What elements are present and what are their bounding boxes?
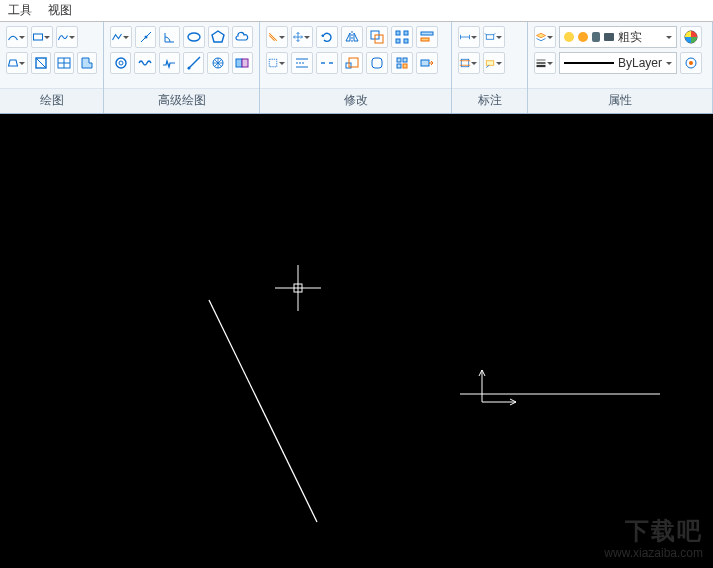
svg-rect-21 (404, 39, 408, 43)
fillet-button[interactable] (366, 52, 388, 74)
explode-button[interactable] (391, 52, 413, 74)
match-props-button[interactable] (680, 52, 702, 74)
spline-button[interactable] (56, 26, 78, 48)
panel-annotate: 标注 (452, 22, 528, 113)
dim-angular-button[interactable] (458, 52, 480, 74)
layer-props-button[interactable] (534, 26, 556, 48)
watermark: 下载吧 www.xiazaiba.com (604, 515, 703, 562)
box-button[interactable] (31, 52, 51, 74)
mirror-button[interactable] (341, 26, 363, 48)
block-button[interactable] (232, 52, 253, 74)
ribbon: 绘图 高级绘图 (0, 22, 713, 114)
menu-view[interactable]: 视图 (48, 2, 72, 19)
move-button[interactable] (291, 26, 313, 48)
svg-rect-22 (421, 32, 433, 35)
panel-modify-label: 修改 (260, 88, 451, 113)
printer-icon (604, 33, 614, 41)
watermark-site: 下载吧 (604, 515, 703, 546)
menu-tools[interactable]: 工具 (8, 2, 32, 19)
svg-point-52 (689, 61, 693, 65)
panel-properties: 粗实 ByLayer 属性 (528, 22, 713, 113)
leader-button[interactable] (483, 52, 505, 74)
point-button[interactable] (135, 26, 156, 48)
canvas-svg (0, 114, 713, 568)
extend-button[interactable] (291, 52, 313, 74)
linetype-text: ByLayer (618, 56, 672, 70)
svg-rect-45 (486, 61, 494, 66)
svg-point-12 (187, 67, 190, 70)
arc-button[interactable] (6, 26, 28, 48)
panel-draw: 绘图 (0, 22, 104, 113)
break-button[interactable] (316, 52, 338, 74)
lineweight-button[interactable] (534, 52, 556, 74)
ucs-icon (479, 370, 516, 405)
svg-rect-37 (421, 60, 429, 66)
zigzag-button[interactable] (159, 52, 180, 74)
menu-bar: 工具 视图 (0, 0, 713, 22)
svg-rect-0 (34, 34, 43, 40)
svg-line-2 (36, 58, 46, 68)
bulb-icon (564, 32, 574, 42)
donut-button[interactable] (110, 52, 131, 74)
svg-rect-41 (486, 35, 494, 40)
panel-advdraw: 高级绘图 (104, 22, 260, 113)
entity-line[interactable] (209, 300, 317, 522)
panel-advdraw-label: 高级绘图 (104, 88, 259, 113)
stretch-button[interactable] (416, 52, 438, 74)
svg-rect-14 (236, 59, 242, 67)
svg-point-8 (188, 33, 200, 41)
layer-combo[interactable]: 粗实 (559, 26, 677, 48)
rotate-button[interactable] (316, 26, 338, 48)
trapezoid-button[interactable] (6, 52, 28, 74)
panel-draw-label: 绘图 (0, 88, 103, 113)
panel-properties-label: 属性 (528, 88, 712, 113)
array-button[interactable] (391, 26, 413, 48)
svg-rect-19 (404, 31, 408, 35)
table-button[interactable] (54, 52, 74, 74)
rectangle-button[interactable] (31, 26, 53, 48)
sun-icon (578, 32, 588, 42)
svg-line-7 (141, 32, 151, 42)
star-button[interactable] (207, 52, 228, 74)
drawing-canvas[interactable]: 下载吧 www.xiazaiba.com (0, 114, 713, 568)
linetype-combo[interactable]: ByLayer (559, 52, 677, 74)
polyline-button[interactable] (110, 26, 132, 48)
erase-button[interactable] (266, 26, 288, 48)
svg-point-10 (119, 61, 123, 65)
ray-button[interactable] (183, 52, 204, 74)
polygon-button[interactable] (208, 26, 229, 48)
panel-annotate-label: 标注 (452, 88, 527, 113)
svg-rect-34 (403, 58, 407, 62)
svg-point-9 (116, 58, 126, 68)
svg-rect-23 (421, 38, 429, 41)
svg-rect-32 (372, 58, 382, 68)
ellipse-button[interactable] (183, 26, 204, 48)
angle-button[interactable] (159, 26, 180, 48)
region-button[interactable] (77, 52, 97, 74)
align-button[interactable] (416, 26, 438, 48)
line-sample-icon (564, 62, 614, 64)
lock-icon (592, 32, 600, 42)
svg-rect-33 (397, 58, 401, 62)
wave-button[interactable] (134, 52, 155, 74)
svg-rect-18 (396, 31, 400, 35)
svg-rect-35 (397, 64, 401, 68)
watermark-url: www.xiazaiba.com (604, 546, 703, 562)
color-wheel-button[interactable] (680, 26, 702, 48)
panel-modify: 修改 (260, 22, 452, 113)
crosshair-cursor (275, 265, 321, 311)
dim-aligned-button[interactable] (483, 26, 505, 48)
svg-rect-36 (403, 64, 407, 68)
svg-rect-15 (242, 59, 248, 67)
svg-rect-24 (269, 59, 277, 67)
svg-rect-20 (396, 39, 400, 43)
dim-linear-button[interactable] (458, 26, 480, 48)
layer-state-text: 粗实 (618, 29, 652, 46)
cloud-button[interactable] (232, 26, 253, 48)
offset-button[interactable] (366, 26, 388, 48)
scale-button[interactable] (341, 52, 363, 74)
trim-button[interactable] (266, 52, 288, 74)
